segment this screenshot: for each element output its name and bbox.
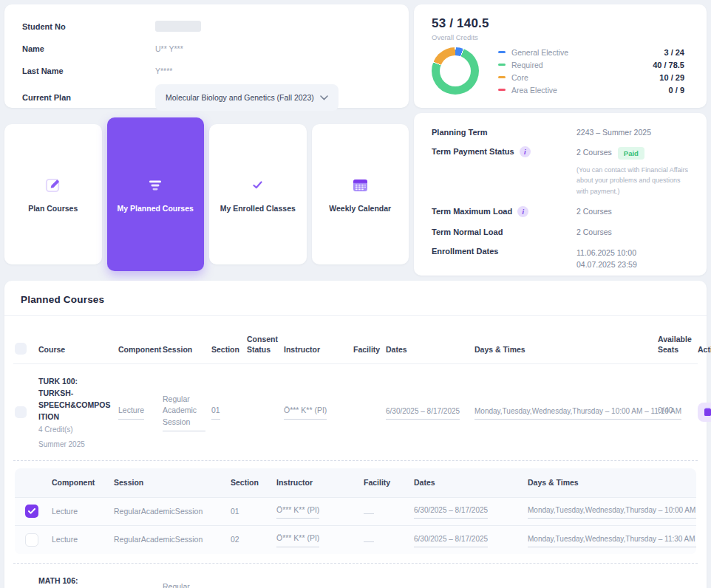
credits-legend: General Elective 3 / 24 Required 40 / 78… [498, 48, 689, 95]
credits-card: 53 / 140.5 Overall Credits General Elect… [414, 4, 707, 108]
sub-session: RegularAcademicSession [114, 506, 225, 518]
payment-status-row: Term Payment Status i 2 CoursesPaid (You… [432, 147, 689, 196]
sub-col-component: Component [52, 477, 108, 488]
sub-col-instructor: Instructor [276, 477, 358, 488]
current-plan-label: Current Plan [22, 93, 155, 102]
payment-status-label: Term Payment Status i [432, 147, 576, 196]
current-plan-row: Current Plan Molecular Biology and Genet… [22, 84, 391, 111]
student-no-row: Student No [22, 18, 391, 35]
col-instructor: Instructor [284, 344, 347, 355]
legend-color-area-elective [498, 89, 506, 91]
course-credits: 4 Credit(s) [38, 425, 112, 434]
planning-term-row: Planning Term 2243 – Summer 2025 [432, 128, 689, 137]
select-all-checkbox[interactable] [15, 343, 27, 355]
nav-label: My Planned Courses [118, 204, 194, 213]
enrollment-dates-label: Enrollment Dates [432, 247, 576, 271]
course-cell: MATH 106: CALCULUS I 3 Credit(s) Summer … [38, 575, 112, 588]
sub-days-times: Monday,Tuesday,Wednesday,Thursday – 10:0… [528, 505, 696, 519]
nav-cards: Plan Courses My Planned Courses My Enrol… [4, 113, 409, 276]
legend-row-core: Core 10 / 29 [498, 73, 684, 82]
dates-value: 6/30/2025 – 8/17/2025 [386, 406, 460, 420]
name-row: Name U** Y*** [22, 40, 391, 58]
name-label: Name [22, 44, 155, 53]
course-row-turk100: TURK 100: TURKSH-SPEECH&COMPOSITION 4 Cr… [13, 364, 698, 460]
last-name-label: Last Name [22, 66, 155, 75]
payment-note: (You can contact with Financial Affairs … [576, 165, 689, 196]
course-sections-panel: Component Session Section Instructor Fac… [13, 460, 698, 564]
sub-facility [364, 538, 374, 542]
overall-credits-value: 53 / 140.5 [432, 16, 689, 31]
available-seats-value: 0/40 [658, 405, 673, 420]
student-no-masked-value [155, 21, 201, 32]
section-row-02: Lecture RegularAcademicSession 02 Ö*** K… [15, 525, 696, 554]
course-title: TURK 100: TURKSH-SPEECH&COMPOSITION [38, 376, 112, 423]
subtable-header-row: Component Session Section Instructor Fac… [15, 468, 696, 496]
days-times-value: Monday,Tuesday,Wednesday,Thursday – 10:0… [474, 406, 681, 420]
max-load-row: Term Maximum Load i 2 Courses [432, 207, 689, 217]
legend-label: Core [511, 73, 659, 82]
pencil-icon [44, 177, 61, 194]
section-checkbox-checked[interactable] [25, 505, 38, 518]
legend-value: 0 / 9 [669, 86, 684, 95]
sub-section: 02 [231, 534, 271, 546]
planned-courses-title: Planned Courses [4, 281, 707, 316]
sub-days-times: Monday,Tuesday,Wednesday,Thursday – 11:3… [528, 533, 696, 547]
sub-col-days-times: Days & Times [528, 477, 686, 488]
legend-color-core [498, 76, 506, 78]
enrollment-end: 04.07.2025 23:59 [576, 259, 689, 270]
last-name-row: Last Name Y**** [22, 62, 391, 80]
sub-dates: 6/30/2025 – 8/17/2025 [414, 533, 488, 547]
info-icon[interactable]: i [517, 206, 528, 217]
section-value: 01 [211, 405, 220, 420]
section-checkbox-unchecked[interactable] [25, 533, 38, 547]
sub-instructor: Ö*** K** (PI) [276, 505, 319, 519]
payment-status-value: 2 Courses [576, 148, 612, 157]
course-title: MATH 106: CALCULUS I [38, 575, 112, 588]
sub-component: Lecture [52, 534, 108, 546]
normal-load-value: 2 Courses [576, 228, 689, 236]
legend-row-required: Required 40 / 78.5 [498, 61, 684, 69]
calendar-icon [353, 177, 368, 194]
student-info-card: Student No Name U** Y*** Last Name Y****… [4, 4, 409, 108]
nav-label: My Enrolled Classes [220, 204, 296, 213]
current-plan-value: Molecular Biology and Genetics (Fall 202… [166, 93, 314, 102]
legend-color-general-elective [498, 51, 506, 53]
planner-button[interactable] [698, 403, 711, 422]
col-actions: Actions [698, 344, 711, 355]
info-icon[interactable]: i [520, 146, 531, 157]
check-icon [253, 177, 262, 194]
normal-load-label: Term Normal Load [432, 228, 576, 236]
sub-col-session: Session [114, 477, 225, 488]
page: Student No Name U** Y*** Last Name Y****… [0, 0, 711, 588]
col-available-seats: Available Seats [658, 334, 692, 355]
table-header-row: Course Component Session Section Consent… [13, 316, 698, 364]
nav-card-my-enrolled-classes[interactable]: My Enrolled Classes [209, 124, 307, 264]
sub-session: RegularAcademicSession [114, 534, 225, 546]
course-cell: TURK 100: TURKSH-SPEECH&COMPOSITION 4 Cr… [38, 376, 112, 448]
sub-component: Lecture [52, 506, 108, 518]
chevron-down-icon [320, 95, 328, 100]
sub-instructor: Ö*** K** (PI) [276, 533, 319, 547]
current-plan-select[interactable]: Molecular Biology and Genetics (Fall 202… [155, 84, 339, 111]
enrollment-start: 11.06.2025 10:00 [576, 247, 689, 259]
legend-value: 10 / 29 [659, 73, 684, 82]
legend-label: General Elective [511, 48, 664, 57]
nav-card-plan-courses[interactable]: Plan Courses [4, 124, 102, 264]
nav-card-weekly-calendar[interactable]: Weekly Calendar [312, 124, 409, 264]
credits-donut-chart [432, 47, 479, 95]
planning-term-label: Planning Term [432, 128, 576, 137]
col-consent-status: Consent Status [247, 334, 278, 355]
sub-dates: 6/30/2025 – 8/17/2025 [414, 505, 488, 519]
col-days-times: Days & Times [474, 344, 652, 355]
name-value: U** Y*** [155, 44, 391, 53]
nav-card-my-planned-courses[interactable]: My Planned Courses [107, 117, 205, 271]
legend-label: Required [511, 61, 653, 69]
sub-facility [364, 510, 374, 514]
col-dates: Dates [386, 344, 469, 355]
planned-courses-card: Planned Courses Course Component Session… [4, 281, 707, 588]
instructor-value: Ö*** K** (PI) [284, 405, 327, 420]
sub-col-section: Section [231, 477, 271, 488]
component-value: Lecture [118, 405, 144, 420]
max-load-label: Term Maximum Load i [432, 207, 576, 217]
row-checkbox[interactable] [15, 406, 27, 418]
